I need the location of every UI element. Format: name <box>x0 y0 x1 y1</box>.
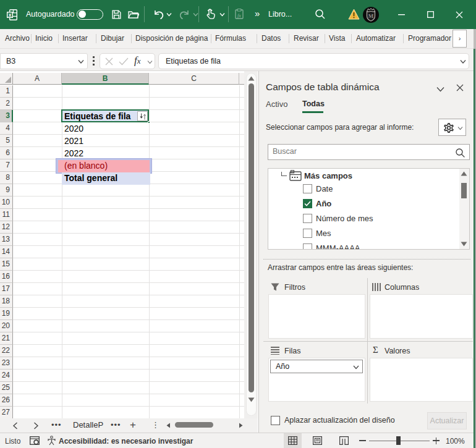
svg-text:x: x <box>9 12 12 18</box>
svg-text:M: M <box>368 13 374 19</box>
svg-text:fx: fx <box>237 13 241 19</box>
